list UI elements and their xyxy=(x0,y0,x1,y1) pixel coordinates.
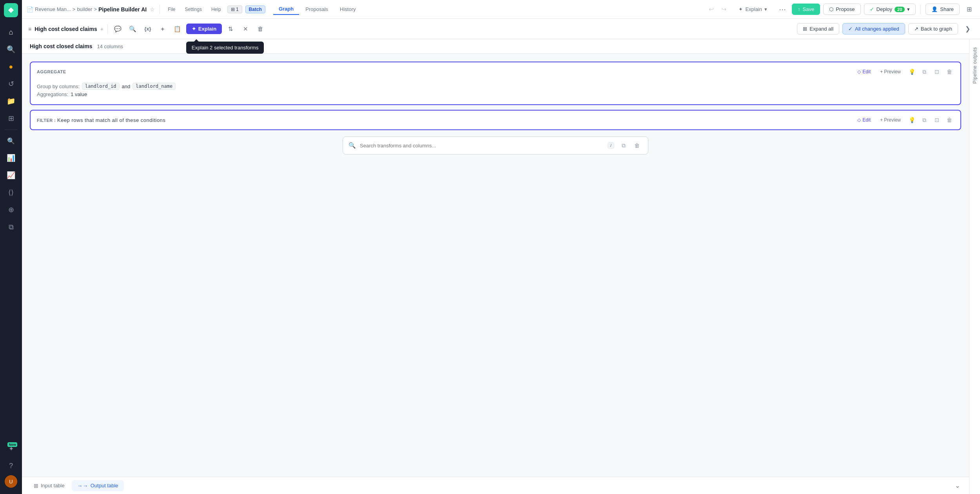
tab-input-table[interactable]: ⊞ Input table xyxy=(28,480,70,491)
toolbar2-trash-btn[interactable]: 🗑 xyxy=(254,23,267,35)
redo-button[interactable]: ↪ xyxy=(718,4,730,15)
search-trash-btn[interactable]: 🗑 xyxy=(632,140,642,151)
bottom-collapse-btn[interactable]: ⌄ xyxy=(952,480,963,491)
toolbar2-divider-1 xyxy=(107,24,108,34)
toolbar2-right: ⊞ Expand all ✓ All changes applied ↗ Bac… xyxy=(797,23,974,35)
dataset-name: High cost closed claims xyxy=(30,43,93,49)
sidebar-item-search[interactable]: 🔍 xyxy=(3,42,19,57)
app-logo[interactable] xyxy=(4,3,18,17)
propose-button[interactable]: ⬡ Propose xyxy=(823,4,860,15)
changes-check-icon: ✓ xyxy=(848,26,853,32)
propose-icon: ⬡ xyxy=(829,6,833,12)
share-button[interactable]: 👤 Share xyxy=(926,4,960,15)
topbar-meta: File Settings Help ⊞ 1 Batch xyxy=(165,5,265,13)
save-icon: ↑ xyxy=(798,6,800,12)
batch-pill[interactable]: Batch xyxy=(245,5,265,13)
instance-pill[interactable]: ⊞ 1 xyxy=(227,5,242,13)
search-copy-btn[interactable]: ⧉ xyxy=(618,140,629,151)
aggregate-expand-icon[interactable]: ⊡ xyxy=(932,67,942,76)
toolbar2-explain-btn[interactable]: ✦ Explain xyxy=(186,24,222,34)
search-input[interactable] xyxy=(360,143,604,149)
aggregate-delete-icon[interactable]: 🗑 xyxy=(945,67,954,76)
sidebar-item-layers[interactable]: ⧉ xyxy=(3,219,19,235)
aggregate-type-label: AGGREGATE xyxy=(37,69,849,74)
tab-graph[interactable]: Graph xyxy=(273,4,299,15)
sidebar-item-avatar[interactable]: U xyxy=(5,475,17,488)
save-button[interactable]: ↑ Save xyxy=(792,4,820,15)
bottom-bar: ⊞ Input table →→ Output table ⌄ xyxy=(22,477,969,494)
tab-proposals[interactable]: Proposals xyxy=(300,4,334,15)
sidebar-item-connect[interactable]: ⊕ xyxy=(3,202,19,218)
undo-button[interactable]: ↩ xyxy=(705,4,717,15)
filter-edit-btn[interactable]: ◇ Edit xyxy=(854,116,874,124)
toolbar2-search-btn[interactable]: 🔍 xyxy=(127,23,139,35)
sidebar-item-chart[interactable]: 📊 xyxy=(3,150,19,166)
help-menu[interactable]: Help xyxy=(208,6,224,13)
sidebar-item-history[interactable]: ↺ xyxy=(3,76,19,92)
tab-output-table[interactable]: →→ Output table xyxy=(72,480,124,491)
toolbar2-formula-btn[interactable]: {x} xyxy=(142,23,154,35)
sidebar: ⌂ 🔍 ● ↺ 📁 ⊞ 🔍 📊 📈 ⟨⟩ ⊕ ⧉ ✦ New ? U xyxy=(0,0,22,494)
input-table-icon: ⊞ xyxy=(34,483,38,489)
aggregate-copy-icon[interactable]: ⧉ xyxy=(920,67,929,76)
breadcrumb-root[interactable]: Revenue Man... xyxy=(35,6,71,12)
filter-transform-card: Filter : Keep rows that match all of the… xyxy=(30,110,961,130)
breadcrumb-document-icon: 📄 xyxy=(27,6,33,13)
filter-actions: ◇ Edit + Preview 💡 ⧉ ⊡ 🗑 xyxy=(854,115,954,125)
pipeline-canvas: AGGREGATE ◇ Edit + Preview 💡 ⧉ ⊡ xyxy=(22,54,969,477)
toolbar2-updown-btn[interactable]: ⇅ xyxy=(224,23,237,35)
grid-layout-button[interactable]: ⊞ xyxy=(963,3,975,16)
sidebar-item-analytics[interactable]: 📈 xyxy=(3,167,19,183)
and-connector: and xyxy=(122,84,131,89)
file-menu[interactable]: File xyxy=(165,6,178,13)
aggregate-preview-btn[interactable]: + Preview xyxy=(877,68,904,76)
more-button[interactable]: ⋯ xyxy=(776,3,789,16)
filter-header: Filter : Keep rows that match all of the… xyxy=(31,111,960,129)
sidebar-item-table[interactable]: ⊞ xyxy=(3,111,19,126)
settings-menu[interactable]: Settings xyxy=(182,6,205,13)
title-star[interactable]: ☆ xyxy=(150,6,155,13)
all-changes-button[interactable]: ✓ All changes applied xyxy=(842,23,905,35)
filter-copy-icon[interactable]: ⧉ xyxy=(920,115,929,125)
filter-colon: : xyxy=(54,118,57,123)
aggregate-edit-btn[interactable]: ◇ Edit xyxy=(854,68,874,76)
sidebar-item-search2[interactable]: 🔍 xyxy=(3,133,19,149)
group-by-label: Group by columns: xyxy=(37,84,80,89)
topbar-right: ↩ ↪ ✦ Explain ▾ ⋯ ↑ Save ⬡ Propose ✓ Dep… xyxy=(705,3,975,16)
explain-button[interactable]: ✦ Explain ▾ xyxy=(733,4,773,15)
toolbar2-comment-btn[interactable]: 💬 xyxy=(112,23,124,35)
filter-delete-icon[interactable]: 🗑 xyxy=(945,115,954,125)
sidebar-item-transform[interactable]: ⟨⟩ xyxy=(3,185,19,200)
toolbar2: ≡ High cost closed claims + 💬 🔍 {x} + 📋 … xyxy=(22,19,980,39)
sidebar-item-ai-new[interactable]: ✦ New xyxy=(3,441,19,456)
bottom-right: ⌄ xyxy=(952,480,963,491)
breadcrumb-middle[interactable]: builder xyxy=(77,6,92,12)
instance-icon: ⊞ xyxy=(231,7,235,12)
search-icon: 🔍 xyxy=(348,142,356,149)
explain-icon: ✦ xyxy=(739,6,743,12)
pipeline-title-add-icon[interactable]: + xyxy=(100,26,103,32)
dataset-columns: 14 columns xyxy=(97,44,123,49)
sidebar-item-home[interactable]: ⌂ xyxy=(3,24,19,40)
group-by-col-1[interactable]: landlord_id xyxy=(82,83,119,90)
expand-all-button[interactable]: ⊞ Expand all xyxy=(797,23,839,35)
tab-history[interactable]: History xyxy=(334,4,361,15)
collapse-panel-button[interactable]: ❯ xyxy=(961,23,974,35)
search-container[interactable]: 🔍 / ⧉ 🗑 xyxy=(343,136,648,154)
toolbar2-x-btn[interactable]: ✕ xyxy=(239,23,252,35)
undo-redo-group: ↩ ↪ xyxy=(705,4,730,15)
filter-expand-icon[interactable]: ⊡ xyxy=(932,115,942,125)
toolbar2-clipboard-btn[interactable]: 📋 xyxy=(171,23,184,35)
toolbar2-plus-btn[interactable]: + xyxy=(156,23,169,35)
group-by-col-2[interactable]: landlord_name xyxy=(132,83,176,90)
filter-bulb-icon[interactable]: 💡 xyxy=(907,115,916,125)
filter-edit-icon: ◇ xyxy=(857,117,861,123)
sidebar-item-notifications[interactable]: ● xyxy=(3,59,19,74)
sidebar-item-help[interactable]: ? xyxy=(3,458,19,474)
back-to-graph-button[interactable]: ↗ Back to graph xyxy=(908,23,958,35)
deploy-button[interactable]: ✓ Deploy 20 ▾ xyxy=(864,4,916,15)
filter-preview-btn[interactable]: + Preview xyxy=(877,116,904,124)
main-area: 📄 Revenue Man... > builder > Pipeline Bu… xyxy=(22,0,980,494)
aggregate-bulb-icon[interactable]: 💡 xyxy=(907,67,916,76)
sidebar-item-documents[interactable]: 📁 xyxy=(3,93,19,109)
